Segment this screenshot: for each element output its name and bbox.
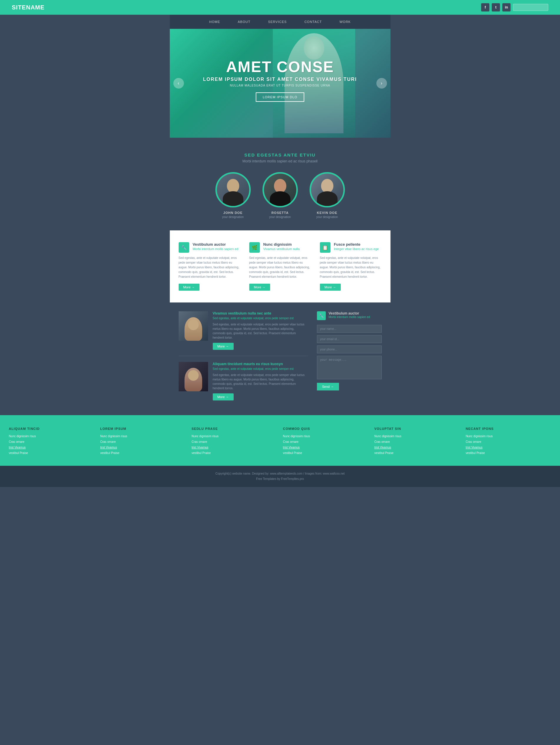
member-name-2: KEVIN DOE: [310, 211, 345, 215]
slider-prev-button[interactable]: ‹: [173, 78, 184, 89]
post-image-0: [179, 311, 208, 341]
blog-posts: Vivamus vestibulum nulla nec ante Sed eg…: [179, 311, 308, 406]
footer-link-4-2[interactable]: trist Vivamus: [374, 446, 460, 449]
blog-post-0: Vivamus vestibulum nulla nec ante Sed eg…: [179, 311, 308, 356]
post-img-face-1: [185, 368, 202, 391]
service-icon-2: 📋: [320, 242, 331, 253]
copyright-text: Copyright(c) website name. Designed by: …: [9, 471, 551, 482]
nav-work[interactable]: WORK: [340, 20, 351, 24]
contact-phone-input[interactable]: [317, 346, 382, 353]
footer-link-3-3[interactable]: vestibul Praise: [283, 451, 369, 455]
footer-link-5-1[interactable]: Cras ornare: [466, 440, 552, 444]
service-text-2: Sed egestas, ante et vulputate volutpat,…: [320, 256, 382, 279]
twitter-icon[interactable]: t: [492, 3, 500, 11]
footer-col-title-3: COMMOD QUIS: [283, 427, 369, 430]
service-header-0: 🔧 Vestibulum auctor Morbi interdum molli…: [179, 242, 241, 253]
service-more-button-0[interactable]: More: [179, 284, 199, 291]
footer-col-1: LOREM IPSUM Nunc dignissim risus Cras or…: [100, 427, 186, 457]
service-icon-0: 🔧: [179, 242, 189, 253]
footer-link-4-1[interactable]: Cras ornare: [374, 440, 460, 444]
footer-link-5-2[interactable]: trist Vivamus: [466, 446, 552, 449]
footer-link-1-2[interactable]: trist Vivamus: [100, 446, 186, 449]
footer-link-0-1[interactable]: Cras ornare: [9, 440, 94, 444]
footer-link-2-1[interactable]: Cras ornare: [192, 440, 277, 444]
footer-link-1-0[interactable]: Nunc dignissim risus: [100, 434, 186, 438]
avatar-inner-1: [264, 173, 296, 206]
avatar-body-0: [223, 191, 243, 206]
post-tagline-1: Sed egestas, ante et vulputate volutpat,…: [213, 367, 308, 370]
search-input[interactable]: [513, 4, 548, 11]
bottom-bar: Copyright(c) website name. Designed by: …: [0, 466, 560, 487]
hero-cta-button[interactable]: LOREM IPSUM DLO: [256, 92, 305, 102]
member-role-1: your designation: [262, 215, 298, 219]
contact-name-input[interactable]: [317, 325, 382, 333]
footer-columns: ALIQUAM TINCID Nunc dignissim risus Cras…: [0, 415, 560, 466]
footer-col-5: NECANT IPONS Nunc dignissim risus Cras o…: [466, 427, 552, 457]
linkedin-icon[interactable]: in: [502, 3, 510, 11]
service-tagline-1: Vivamus vestibulum nulla: [263, 247, 300, 251]
team-member-1: ROSETTA your designation: [262, 172, 298, 219]
service-name-1: Nunc dignissim: [263, 242, 300, 247]
footer-link-5-0[interactable]: Nunc dignissim risus: [466, 434, 552, 438]
post-tagline-0: Sed egestas, ante et vulputate volutpat,…: [213, 317, 308, 320]
contact-title: Vestibulum auctor: [329, 311, 370, 316]
contact-form: Send: [317, 325, 382, 390]
nav-services[interactable]: SERVICES: [268, 20, 287, 24]
footer-link-4-0[interactable]: Nunc dignissim risus: [374, 434, 460, 438]
post-image-1: [179, 362, 208, 391]
blog-post-1: Aliquam tincidunt mauris eu risus kuosyn…: [179, 362, 308, 406]
member-name-0: JOHN DOE: [215, 211, 251, 215]
hero-slider: ‹ AMET CONSE LOREM IPSUM DOLOR SIT AMET …: [170, 29, 391, 138]
service-titles-1: Nunc dignissim Vivamus vestibulum nulla: [263, 242, 300, 251]
contact-send-button[interactable]: Send: [317, 383, 339, 390]
footer-link-2-3[interactable]: vestibul Praise: [192, 451, 277, 455]
slider-next-button[interactable]: ›: [376, 78, 387, 89]
footer-link-0-0[interactable]: Nunc dignissim risus: [9, 434, 94, 438]
team-member-0: JOHN DOE your designation: [215, 172, 251, 219]
avatar-head-2: [321, 179, 334, 193]
avatar-body-1: [270, 191, 290, 206]
footer-col-3: COMMOD QUIS Nunc dignissim risus Cras or…: [283, 427, 369, 457]
footer-link-1-1[interactable]: Cras ornare: [100, 440, 186, 444]
footer-col-title-1: LOREM IPSUM: [100, 427, 186, 430]
footer-link-5-3[interactable]: vestibul Praise: [466, 451, 552, 455]
footer-link-2-0[interactable]: Nunc dignissim risus: [192, 434, 277, 438]
footer-link-3-0[interactable]: Nunc dignissim risus: [283, 434, 369, 438]
team-avatar-1: [262, 172, 298, 207]
service-icon-1: 🌿: [249, 242, 260, 253]
contact-tagline: Morbi interdum mollis sapien ed: [329, 316, 370, 319]
footer-link-2-2[interactable]: trist Vivamus: [192, 446, 277, 449]
team-section-title: SED EGESTAS ANTE ETVIU: [179, 153, 382, 157]
team-members-list: JOHN DOE your designation ROSETTA your d…: [179, 172, 382, 219]
service-name-0: Vestibulum auctor: [193, 242, 238, 247]
contact-email-input[interactable]: [317, 335, 382, 343]
footer-link-1-3[interactable]: vestibul Praise: [100, 451, 186, 455]
post-more-button-1[interactable]: More: [213, 393, 234, 400]
post-content-0: Vivamus vestibulum nulla nec ante Sed eg…: [213, 311, 308, 350]
footer-col-title-5: NECANT IPONS: [466, 427, 552, 430]
blog-contact-section: Vivamus vestibulum nulla nec ante Sed eg…: [170, 302, 391, 415]
footer-link-0-3[interactable]: vestibul Praise: [9, 451, 94, 455]
service-more-button-1[interactable]: More: [249, 284, 270, 291]
hero-title: AMET CONSE: [203, 59, 357, 74]
contact-message-input[interactable]: [317, 356, 382, 379]
nav-contact[interactable]: CONTACT: [304, 20, 322, 24]
post-img-face-0: [185, 317, 202, 341]
nav-about[interactable]: ABOUT: [238, 20, 250, 24]
footer-link-3-2[interactable]: trist Vivamus: [283, 446, 369, 449]
post-more-button-0[interactable]: More: [213, 343, 234, 350]
nav-bar: HOME ABOUT SERVICES CONTACT WORK: [170, 15, 391, 29]
footer-col-title-2: SEDLU PRASE: [192, 427, 277, 430]
footer-link-3-1[interactable]: Cras ornare: [283, 440, 369, 444]
team-avatar-2: [310, 172, 345, 207]
service-more-button-2[interactable]: More: [320, 284, 341, 291]
nav-home[interactable]: HOME: [209, 20, 220, 24]
facebook-icon[interactable]: f: [481, 3, 489, 11]
service-text-1: Sed egestas, ante et vulputate volutpat,…: [249, 256, 311, 279]
services-section: 🔧 Vestibulum auctor Morbi interdum molli…: [170, 230, 391, 302]
footer-link-4-3[interactable]: vestibul Praise: [374, 451, 460, 455]
post-title-1: Aliquam tincidunt mauris eu risus kuosyn: [213, 362, 308, 366]
footer-link-0-2[interactable]: trist Vivamus: [9, 446, 94, 449]
footer-col-4: VOLUPTAT SIN Nunc dignissim risus Cras o…: [374, 427, 460, 457]
contact-header-text: Vestibulum auctor Morbi interdum mollis …: [329, 311, 370, 319]
